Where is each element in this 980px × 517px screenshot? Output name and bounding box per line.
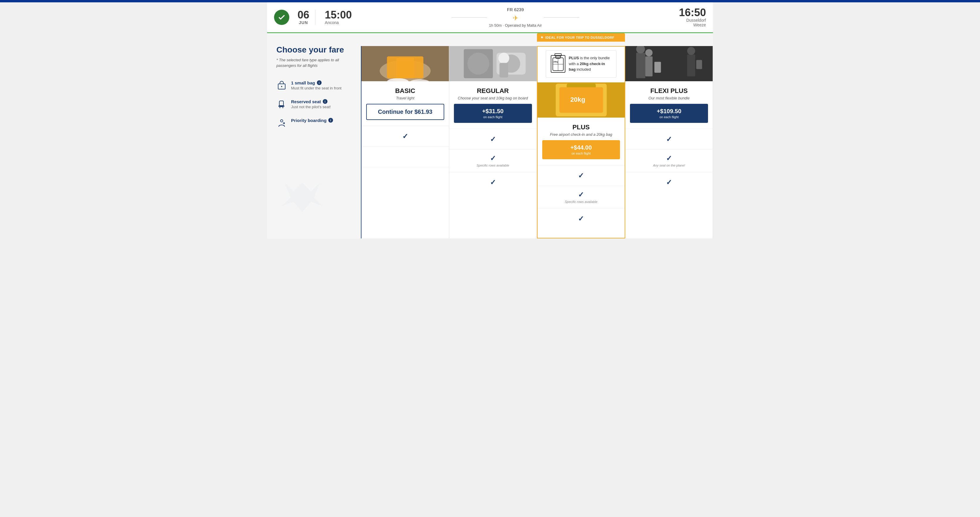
regular-priority-check: ✓ xyxy=(449,172,537,192)
svg-text:20kg: 20kg xyxy=(554,61,558,63)
basic-card-body: BASIC Travel light Continue for $61.93 xyxy=(361,81,449,126)
regular-price-sub: on each flight xyxy=(483,115,502,119)
plus-price-main: +$44.00 xyxy=(570,144,592,151)
basic-reserved-seat-check xyxy=(361,146,449,167)
plus-recommendation-banner: ★ IDEAL FOR YOUR TRIP TO DUSSELDORF xyxy=(537,33,625,42)
plus-priority-check: ✓ xyxy=(538,208,625,229)
plus-reserved-seat-check: ✓ Specific rows available xyxy=(538,186,625,208)
banner-star-icon: ★ xyxy=(541,35,544,39)
sidebar-subtitle: * The selected fare type applies to all … xyxy=(277,57,352,69)
fare-flexi-plus: FLEXI PLUS Our most flexible bundle +$10… xyxy=(625,46,713,238)
svg-rect-30 xyxy=(636,53,645,78)
flight-duration: 1h 50m · Operated by Malta Air xyxy=(489,23,542,28)
plus-image: 20kg xyxy=(538,82,625,117)
fare-cards-container: BASIC Travel light Continue for $61.93 ✓ xyxy=(361,46,713,238)
departure-info: 15:00 Ancona xyxy=(325,10,352,25)
basic-fare-name: BASIC xyxy=(395,87,415,95)
svg-rect-9 xyxy=(387,56,423,78)
feature-small-bag: 1 small bag i Must fit under the seat in… xyxy=(277,80,352,91)
regular-image xyxy=(449,46,537,81)
arrival-city2: Weeze xyxy=(679,22,706,27)
arrival-time: 16:50 xyxy=(679,7,706,18)
small-bag-info[interactable]: i xyxy=(317,80,321,85)
priority-boarding-info[interactable]: i xyxy=(328,118,333,122)
basic-priority-check xyxy=(361,167,449,187)
selected-indicator xyxy=(274,10,289,25)
plus-card-body: PLUS Free airport check-in and a 20kg ba… xyxy=(538,117,625,165)
top-nav-bar xyxy=(0,0,980,2)
flight-day: 06 xyxy=(298,10,309,20)
main-content: Choose your fare * The selected fare typ… xyxy=(267,33,713,238)
basic-image xyxy=(361,46,449,81)
boarding-icon xyxy=(277,118,287,128)
plus-fare-name: PLUS xyxy=(573,124,590,131)
svg-rect-32 xyxy=(645,56,652,76)
flight-date: 06 JUN xyxy=(298,10,315,25)
fare-cards-area: ★ IDEAL FOR YOUR TRIP TO DUSSELDORF xyxy=(361,33,713,238)
flexi-fare-name: FLEXI PLUS xyxy=(651,87,688,95)
fare-regular: REGULAR Choose your seat and 10kg bag on… xyxy=(449,46,537,238)
small-bag-title: 1 small bag i xyxy=(291,80,352,85)
plus-price-button[interactable]: +$44.00 on each flight xyxy=(542,140,620,159)
svg-point-17 xyxy=(498,53,509,63)
feature-reserved-seat: Reserved seat i Just not the pilot's sea… xyxy=(277,99,352,110)
sidebar-title: Choose your fare xyxy=(277,45,352,55)
banner-text: IDEAL FOR YOUR TRIP TO DUSSELDORF xyxy=(546,36,614,39)
seat-icon xyxy=(277,99,287,110)
plane-icon: ✈ xyxy=(513,14,518,22)
svg-text:20kg: 20kg xyxy=(570,96,585,103)
svg-rect-18 xyxy=(500,63,508,78)
regular-price-button[interactable]: +$31.50 on each flight xyxy=(454,104,532,123)
watermark-logo xyxy=(273,180,332,215)
regular-feature-rows: ✓ ✓ Specific rows available ✓ xyxy=(449,129,537,192)
regular-reserved-seat-check: ✓ Specific rows available xyxy=(449,149,537,172)
arrival-city1: Dusseldorf xyxy=(679,18,706,22)
basic-feature-rows: ✓ xyxy=(361,126,449,187)
regular-price-main: +$31.50 xyxy=(482,108,503,115)
plus-seat-note: Specific rows available xyxy=(565,200,597,203)
reserved-seat-info[interactable]: i xyxy=(323,99,328,104)
luggage-icon: 20kg xyxy=(551,55,565,73)
flexi-small-bag-check: ✓ xyxy=(625,129,713,149)
svg-point-6 xyxy=(280,120,283,122)
svg-point-33 xyxy=(645,49,652,56)
arrival-info: 16:50 Dusseldorf Weeze xyxy=(679,7,706,27)
plus-info-box: 20kg PLUS is the only bundle with a 20kg… xyxy=(546,50,617,78)
flexi-price-button[interactable]: +$109.50 on each flight xyxy=(630,104,708,123)
plus-price-sub: on each flight xyxy=(571,152,591,155)
flight-header: 06 JUN 15:00 Ancona FR 6239 ✈ 1h 50m · O… xyxy=(267,2,713,33)
flexi-price-main: +$109.50 xyxy=(657,108,681,115)
plus-info-text: PLUS is the only bundle with a 20kg chec… xyxy=(569,55,612,73)
flexi-feature-rows: ✓ ✓ Any seat on the plane! ✓ xyxy=(625,129,713,192)
svg-rect-7 xyxy=(361,46,449,81)
plus-small-bag-check: ✓ xyxy=(538,165,625,186)
flexi-seat-note: Any seat on the plane! xyxy=(653,163,685,167)
departure-time: 15:00 xyxy=(325,10,352,20)
basic-price-main: Continue for $61.93 xyxy=(378,108,433,115)
regular-card-body: REGULAR Choose your seat and 10kg bag on… xyxy=(449,81,537,129)
feature-priority-boarding: Priority boarding i xyxy=(277,118,352,128)
svg-point-14 xyxy=(468,53,489,75)
svg-rect-34 xyxy=(655,62,661,73)
basic-price-button[interactable]: Continue for $61.93 xyxy=(366,104,444,120)
flexi-card-body: FLEXI PLUS Our most flexible bundle +$10… xyxy=(625,81,713,129)
flight-month: JUN xyxy=(298,20,309,25)
reserved-seat-desc: Just not the pilot's seat! xyxy=(291,105,352,109)
svg-rect-35 xyxy=(687,54,695,76)
plus-feature-rows: ✓ ✓ Specific rows available ✓ xyxy=(538,165,625,229)
bag-icon xyxy=(277,80,287,91)
reserved-seat-title: Reserved seat i xyxy=(291,99,352,104)
flexi-tagline: Our most flexible bundle xyxy=(648,96,689,100)
fare-basic: BASIC Travel light Continue for $61.93 ✓ xyxy=(361,46,449,238)
flight-number: FR 6239 xyxy=(507,7,524,12)
flexi-reserved-seat-check: ✓ Any seat on the plane! xyxy=(625,149,713,172)
flexi-price-sub: on each flight xyxy=(659,115,678,119)
plus-tagline: Free airport check-in and a 20kg bag xyxy=(550,132,612,136)
small-bag-desc: Must fit under the seat in front xyxy=(291,86,352,90)
priority-boarding-title: Priority boarding i xyxy=(291,118,352,123)
departure-city: Ancona xyxy=(325,20,352,25)
basic-tagline: Travel light xyxy=(396,96,415,100)
regular-fare-name: REGULAR xyxy=(477,87,509,95)
svg-point-36 xyxy=(687,47,695,55)
regular-tagline: Choose your seat and 10kg bag on board xyxy=(458,96,528,100)
